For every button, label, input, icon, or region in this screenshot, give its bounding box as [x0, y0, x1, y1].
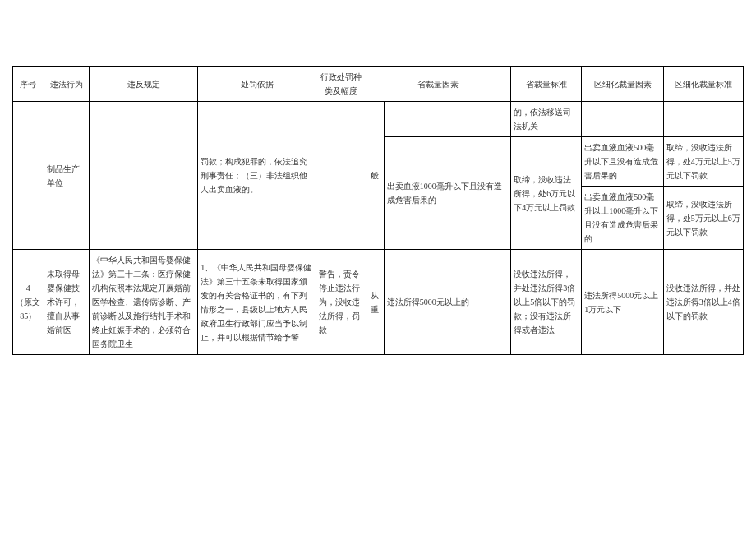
cell-dfactor-4: 违法所得5000元以上1万元以下 — [582, 250, 663, 355]
header-dstandard: 区细化裁量标准 — [663, 67, 743, 102]
cell-action-4: 未取得母婴保健技术许可，擅自从事婚前医 — [44, 250, 89, 355]
header-basis: 处罚依据 — [198, 67, 316, 102]
cell-basis-extra: 罚款；构成犯罪的，依法追究刑事责任；（三）非法组织他人出卖血液的。 — [198, 102, 316, 250]
table-header-row: 序号 违法行为 违反规定 处罚依据 行政处罚种类及幅度 省裁量因素 省裁量标准 … — [13, 67, 744, 102]
cell-dstandard-a: 取缔，没收违法所得，处4万元以上5万元以下罚款 — [663, 137, 743, 187]
table-row: 4 （原文85） 未取得母婴保健技术许可，擅自从事婚前医 《中华人民共和国母婴保… — [13, 250, 744, 355]
cell-dstandard-4: 没收违法所得，并处违法所得3倍以上4倍以下的罚款 — [663, 250, 743, 355]
cell-dstandard-sub1 — [663, 102, 743, 137]
cell-dfactor-a: 出卖血液血液500毫升以下且没有造成危害后果的 — [582, 137, 663, 187]
header-seq: 序号 — [13, 67, 44, 102]
cell-dfactor-sub1 — [582, 102, 663, 137]
cell-type-empty — [316, 102, 366, 250]
cell-dstandard-b: 取缔，没收违法所得，处5万元以上6万元以下罚款 — [663, 187, 743, 250]
cell-basis-4: 1、《中华人民共和国母婴保健法》第三十五条未取得国家颁发的有关合格证书的，有下列… — [198, 250, 316, 355]
header-pstandard: 省裁量标准 — [511, 67, 582, 102]
cell-pstandard-1: 的，依法移送司法机关 — [511, 102, 582, 137]
regulation-table: 序号 违法行为 违反规定 处罚依据 行政处罚种类及幅度 省裁量因素 省裁量标准 … — [12, 66, 744, 355]
cell-dfactor-b: 出卖血液血液500毫升以上1000毫升以下且没有造成危害后果的 — [582, 187, 663, 250]
header-pfactor: 省裁量因素 — [366, 67, 511, 102]
cell-level: 般 — [366, 102, 384, 250]
cell-type-4: 警告，责令停止违法行为，没收违法所得，罚款 — [316, 250, 366, 355]
cell-level-4: 从重 — [366, 250, 384, 355]
header-type: 行政处罚种类及幅度 — [316, 67, 366, 102]
cell-seq-empty — [13, 102, 44, 250]
header-violation: 违反规定 — [89, 67, 198, 102]
cell-pstandard-2: 取缔，没收违法所得，处6万元以下4万元以上罚款 — [511, 137, 582, 250]
cell-pfactor-2: 出卖血液1000毫升以下且没有造成危害后果的 — [384, 137, 511, 250]
cell-pfactor-sub1 — [384, 102, 511, 137]
cell-pfactor-4: 违法所得5000元以上的 — [384, 250, 511, 355]
header-dfactor: 区细化裁量因素 — [582, 67, 663, 102]
header-action: 违法行为 — [44, 67, 89, 102]
cell-action-extra: 制品生产单位 — [44, 102, 89, 250]
table-row: 制品生产单位 罚款；构成犯罪的，依法追究刑事责任；（三）非法组织他人出卖血液的。… — [13, 102, 744, 137]
cell-violation-empty — [89, 102, 198, 250]
cell-violation-4: 《中华人民共和国母婴保健法》第三十二条：医疗保健机构依照本法规定开展婚前医学检查… — [89, 250, 198, 355]
cell-seq-4: 4 （原文85） — [13, 250, 44, 355]
cell-pstandard-4: 没收违法所得，并处违法所得3倍以上5倍以下的罚款；没有违法所得或者违法 — [511, 250, 582, 355]
